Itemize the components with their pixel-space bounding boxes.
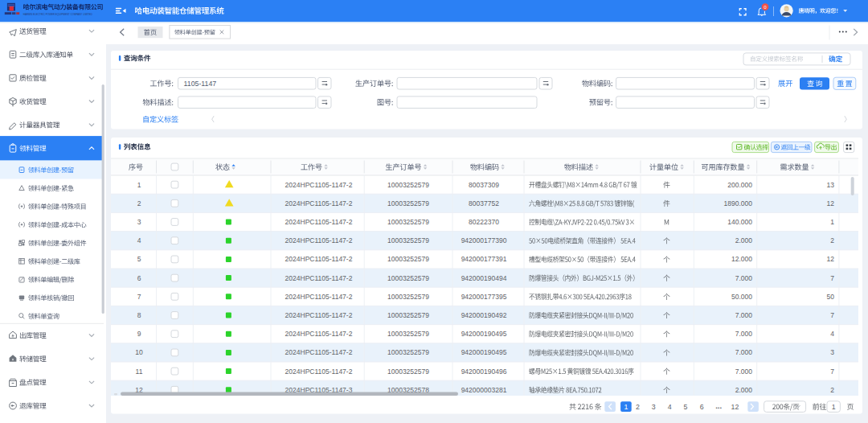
svg-text:1: 1 [830,218,834,226]
svg-text:1: 1 [624,403,628,411]
svg-text:10003252579: 10003252579 [387,255,429,263]
svg-text:2024HPC1105-1147-2: 2024HPC1105-1147-2 [285,218,353,226]
svg-text:3: 3 [652,403,656,411]
svg-text:942000190495: 942000190495 [461,330,507,338]
svg-text:7: 7 [830,274,834,282]
svg-text:7.000: 7.000 [735,311,753,319]
svg-text:1890.000: 1890.000 [724,199,753,207]
svg-text:2024HPC1105-1147-2: 2024HPC1105-1147-2 [285,255,353,263]
svg-text:2024HPC1105-1147-2: 2024HPC1105-1147-2 [285,199,353,207]
svg-text:2024HPC1105-1147-2: 2024HPC1105-1147-2 [285,293,353,301]
svg-text:3: 3 [830,348,834,356]
svg-text:5: 5 [684,403,688,411]
svg-text:7.000: 7.000 [735,330,753,338]
svg-text:1: 1 [832,403,836,411]
svg-text:7: 7 [830,368,834,376]
svg-text:942000177390: 942000177390 [461,236,507,244]
svg-text:2024HPC1105-1147-2: 2024HPC1105-1147-2 [285,236,353,244]
svg-text:2: 2 [137,199,141,207]
svg-text:10: 10 [135,348,143,356]
svg-text:2.000: 2.000 [735,236,753,244]
svg-text:80037752: 80037752 [469,199,499,207]
svg-text:10003252579: 10003252579 [387,218,429,226]
svg-text:50.000: 50.000 [731,293,752,301]
svg-text:...: ... [715,401,722,410]
svg-text:3: 3 [137,218,141,226]
svg-text:2.000: 2.000 [735,386,753,394]
svg-text:7.000: 7.000 [735,368,753,376]
svg-text:2: 2 [830,386,834,394]
svg-text:942000003281: 942000003281 [461,386,507,394]
svg-text:2024HPC1105-1147-2: 2024HPC1105-1147-2 [285,348,353,356]
svg-text:7.000: 7.000 [735,274,753,282]
svg-text:1: 1 [137,181,141,189]
svg-text:80037309: 80037309 [469,181,499,189]
svg-text:4: 4 [137,236,141,244]
svg-text:10003252579: 10003252579 [387,293,429,301]
svg-text:10003252579: 10003252579 [387,330,429,338]
svg-text:6: 6 [700,403,704,411]
svg-text:5: 5 [137,255,141,263]
svg-text:12: 12 [731,403,739,411]
svg-text:2024HPC1105-1147-2: 2024HPC1105-1147-2 [285,330,353,338]
svg-text:2: 2 [830,236,834,244]
svg-text:10003252579: 10003252579 [387,368,429,376]
svg-text:0: 0 [764,4,767,10]
svg-text:942000190495: 942000190495 [461,348,507,356]
svg-text:10003252579: 10003252579 [387,181,429,189]
svg-text:13: 13 [827,181,835,189]
svg-text:2024HPC1105-1147-2: 2024HPC1105-1147-2 [285,311,353,319]
svg-text:12: 12 [827,199,835,207]
svg-text:942000177391: 942000177391 [461,255,507,263]
svg-text:942000190494: 942000190494 [461,274,507,282]
svg-text:4: 4 [668,403,672,411]
svg-text:10003252579: 10003252579 [387,199,429,207]
svg-text:80222370: 80222370 [469,218,499,226]
svg-text:2024HPC1105-1147-2: 2024HPC1105-1147-2 [285,274,353,282]
svg-text:50: 50 [827,293,835,301]
svg-text:2024HPC1105-1147-2: 2024HPC1105-1147-2 [285,368,353,376]
svg-text:11: 11 [136,368,143,376]
svg-text:7: 7 [137,293,141,301]
svg-text:7.000: 7.000 [735,348,753,356]
svg-text:6: 6 [137,274,141,282]
svg-text:140.000: 140.000 [727,218,752,226]
svg-text:4: 4 [830,330,834,338]
svg-text:942000190496: 942000190496 [461,368,507,376]
svg-text:12.000: 12.000 [731,255,752,263]
svg-text:200.000: 200.000 [727,181,752,189]
svg-text:2024HPC1105-1147-2: 2024HPC1105-1147-2 [285,181,353,189]
svg-text:10003252579: 10003252579 [387,274,429,282]
svg-text:8: 8 [137,311,141,319]
svg-text:1105-1147: 1105-1147 [184,80,217,88]
svg-text:2: 2 [636,403,640,411]
svg-text:7: 7 [830,311,834,319]
svg-text:HARBIN ELECTRIC POWER EQUIPMEN: HARBIN ELECTRIC POWER EQUIPMENT COMPANY … [23,13,93,16]
svg-text:942000190492: 942000190492 [461,311,507,319]
svg-text:12: 12 [827,255,835,263]
svg-text:10003252579: 10003252579 [387,348,429,356]
svg-text:10003252579: 10003252579 [387,311,429,319]
svg-text:10003252579: 10003252579 [387,236,429,244]
svg-text:9: 9 [137,330,141,338]
svg-text:942000177395: 942000177395 [461,293,507,301]
